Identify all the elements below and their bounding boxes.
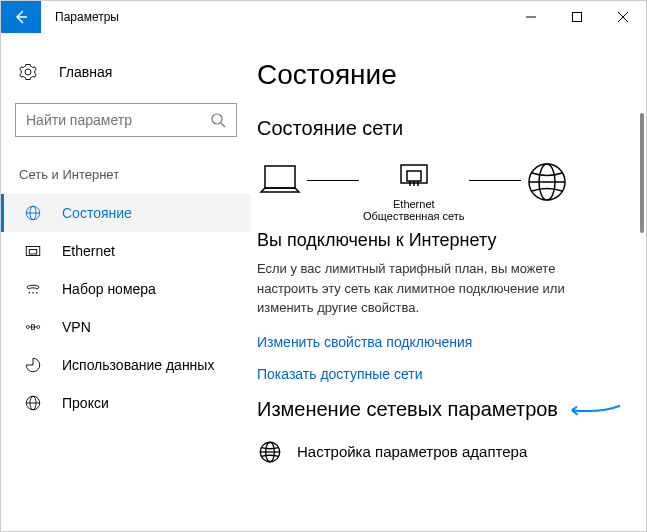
scrollbar[interactable]	[640, 113, 644, 233]
section-header: Сеть и Интернет	[1, 161, 251, 194]
svg-point-4	[212, 114, 222, 124]
nav-ethernet[interactable]: Ethernet	[1, 232, 251, 270]
nav-label: Ethernet	[62, 243, 115, 259]
nav-label: Использование данных	[62, 357, 214, 373]
nav-data-usage[interactable]: Использование данных	[1, 346, 251, 384]
diagram-conn-name: Ethernet	[393, 198, 435, 210]
globe-icon	[525, 160, 569, 204]
svg-point-15	[37, 326, 40, 329]
diagram-internet	[525, 160, 569, 220]
svg-point-13	[36, 292, 38, 294]
svg-point-12	[32, 292, 34, 294]
window-controls	[508, 1, 646, 33]
sidebar: Главная Сеть и Интернет Состояние Ethern…	[1, 33, 251, 531]
proxy-icon	[22, 394, 44, 412]
network-diagram: EthernetОбщественная сеть	[257, 158, 646, 222]
link-available-networks[interactable]: Показать доступные сети	[257, 366, 646, 382]
gear-icon	[19, 63, 41, 81]
svg-line-5	[221, 123, 225, 127]
maximize-button[interactable]	[554, 1, 600, 33]
connected-title: Вы подключены к Интернету	[257, 230, 646, 251]
home-nav[interactable]: Главная	[1, 55, 251, 89]
globe-icon	[257, 439, 283, 465]
home-label: Главная	[59, 64, 112, 80]
svg-rect-10	[29, 250, 37, 255]
data-usage-icon	[22, 356, 44, 374]
ethernet-icon	[22, 242, 44, 260]
nav-vpn[interactable]: VPN	[1, 308, 251, 346]
laptop-icon	[257, 162, 303, 202]
search-input[interactable]	[26, 112, 210, 128]
window-title: Параметры	[55, 10, 508, 24]
close-button[interactable]	[600, 1, 646, 33]
diagram-pc	[257, 162, 303, 218]
page-heading: Состояние	[257, 59, 646, 91]
diagram-adapter: EthernetОбщественная сеть	[363, 158, 465, 222]
arrow-left-icon	[13, 9, 29, 25]
connected-desc: Если у вас лимитный тарифный план, вы мо…	[257, 259, 597, 318]
phone-icon	[22, 280, 44, 298]
back-button[interactable]	[1, 1, 41, 33]
network-status-heading: Состояние сети	[257, 117, 646, 140]
nav-status[interactable]: Состояние	[1, 194, 251, 232]
minimize-button[interactable]	[508, 1, 554, 33]
globe-icon	[22, 204, 44, 222]
nav-dialup[interactable]: Набор номера	[1, 270, 251, 308]
nav-proxy[interactable]: Прокси	[1, 384, 251, 422]
nav-label: VPN	[62, 319, 91, 335]
svg-rect-21	[265, 166, 295, 188]
nav-label: Состояние	[62, 205, 132, 221]
svg-point-11	[29, 292, 31, 294]
nav-label: Набор номера	[62, 281, 156, 297]
main-content: Состояние Состояние сети EthernetОбществ…	[251, 33, 646, 531]
diagram-profile: Общественная сеть	[363, 210, 465, 222]
search-box[interactable]	[15, 103, 237, 137]
svg-rect-1	[573, 13, 582, 22]
link-connection-properties[interactable]: Изменить свойства подключения	[257, 334, 646, 350]
adapter-settings-row[interactable]: Настройка параметров адаптера	[257, 439, 646, 465]
nav-label: Прокси	[62, 395, 109, 411]
titlebar: Параметры	[1, 1, 646, 33]
search-icon	[210, 112, 226, 128]
annotation-arrow	[562, 375, 634, 442]
svg-point-14	[26, 326, 29, 329]
ethernet-icon	[396, 158, 432, 194]
adapter-settings-label: Настройка параметров адаптера	[297, 443, 527, 460]
vpn-icon	[22, 318, 44, 336]
svg-rect-23	[407, 171, 421, 181]
